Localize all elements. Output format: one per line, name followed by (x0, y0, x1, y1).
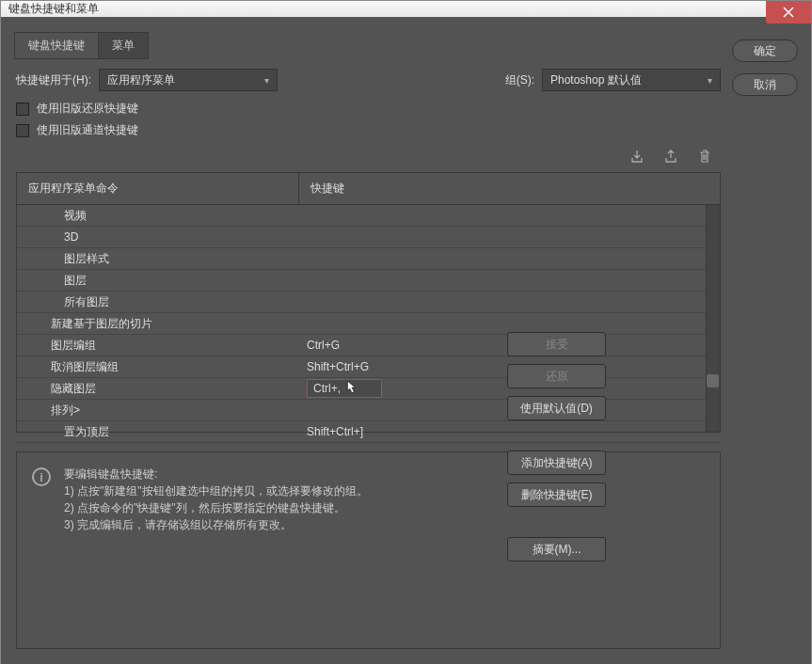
list-row[interactable]: 图层样式 (17, 248, 720, 270)
set-select[interactable]: Photoshop 默认值 ▾ (542, 69, 721, 91)
set-label: 组(S): (505, 72, 534, 88)
tab-shortcuts[interactable]: 键盘快捷键 (15, 33, 99, 58)
add-shortcut-button[interactable]: 添加快捷键(A) (507, 451, 606, 475)
cursor-icon (344, 380, 359, 398)
list-row[interactable]: 取消图层编组Shift+Ctrl+G (17, 356, 720, 378)
command-label: 图层样式 (17, 251, 299, 267)
list-row[interactable]: 视频 (17, 205, 720, 227)
tabs: 键盘快捷键 菜单 (14, 32, 149, 59)
column-shortcut: 快捷键 (299, 173, 720, 204)
close-icon (781, 5, 796, 20)
save-set-icon[interactable] (629, 148, 645, 165)
command-label: 3D (17, 230, 299, 244)
list-row[interactable]: 排列> (17, 400, 720, 421)
cancel-button[interactable]: 取消 (732, 73, 798, 96)
command-label: 新建基于图层的切片 (17, 316, 299, 332)
window-title: 键盘快捷键和菜单 (8, 1, 99, 17)
chevron-down-icon: ▾ (708, 75, 712, 86)
list-row[interactable]: 图层 (17, 270, 720, 292)
titlebar: 键盘快捷键和菜单 (1, 1, 811, 17)
command-label: 隐藏图层 (17, 381, 299, 397)
chevron-down-icon: ▾ (264, 75, 269, 86)
command-label: 排列> (17, 403, 299, 419)
close-button[interactable] (766, 1, 811, 24)
undo-button[interactable]: 还原 (507, 364, 606, 388)
use-default-button[interactable]: 使用默认值(D) (507, 396, 606, 420)
command-label: 图层 (17, 273, 299, 289)
list-row[interactable]: 3D (17, 227, 720, 248)
list-body: 视频3D图层样式图层所有图层新建基于图层的切片图层编组Ctrl+G取消图层编组S… (16, 205, 721, 433)
summarize-button[interactable]: 摘要(M)... (507, 537, 606, 561)
info-icon: i (32, 467, 51, 486)
column-command: 应用程序菜单命令 (17, 173, 299, 204)
command-label: 取消图层编组 (17, 359, 299, 375)
legacy-undo-label: 使用旧版还原快捷键 (37, 101, 138, 117)
list-header: 应用程序菜单命令 快捷键 (16, 172, 721, 205)
command-label: 所有图层 (17, 294, 299, 310)
list-row[interactable]: 置为顶层Shift+Ctrl+] (17, 421, 720, 443)
list-row[interactable]: 新建基于图层的切片 (17, 313, 720, 335)
info-text: 要编辑键盘快捷键: 1) 点按"新建组"按钮创建选中组的拷贝，或选择要修改的组。… (64, 466, 368, 635)
list-row[interactable]: 所有图层 (17, 292, 720, 313)
tab-menus[interactable]: 菜单 (99, 33, 148, 58)
scrollbar[interactable] (706, 205, 720, 432)
legacy-undo-checkbox[interactable] (16, 103, 29, 116)
list-row[interactable]: 图层编组Ctrl+G (17, 335, 720, 356)
shortcut-input[interactable]: Ctrl+, (307, 379, 382, 398)
command-label: 图层编组 (17, 338, 299, 354)
shortcuts-for-select[interactable]: 应用程序菜单 ▾ (99, 69, 278, 91)
list-row[interactable]: 隐藏图层Ctrl+, (17, 378, 720, 400)
shortcuts-for-label: 快捷键用于(H): (16, 72, 91, 88)
legacy-channel-label: 使用旧版通道快捷键 (37, 122, 138, 138)
scroll-thumb[interactable] (707, 374, 719, 387)
ok-button[interactable]: 确定 (732, 40, 798, 62)
accept-button[interactable]: 接受 (507, 332, 606, 356)
delete-set-icon[interactable] (696, 148, 713, 165)
delete-shortcut-button[interactable]: 删除快捷键(E) (507, 482, 606, 507)
legacy-channel-checkbox[interactable] (16, 124, 29, 137)
info-box: i 要编辑键盘快捷键: 1) 点按"新建组"按钮创建选中组的拷贝，或选择要修改的… (16, 451, 721, 649)
new-set-icon[interactable] (662, 148, 679, 165)
command-label: 视频 (17, 208, 299, 224)
command-label: 置为顶层 (17, 424, 299, 440)
